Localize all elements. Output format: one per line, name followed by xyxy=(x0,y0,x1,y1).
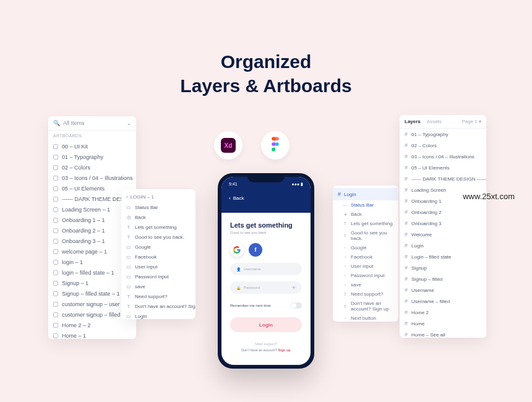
layer-row[interactable]: TNeed support? xyxy=(333,289,398,299)
artboard-row[interactable]: 03 – Icons / 04 – Illustrations xyxy=(48,173,136,183)
layer-type-icon: ▭ xyxy=(126,244,131,249)
layer-row[interactable]: TGood to see you back. xyxy=(333,228,398,243)
layer-row[interactable]: ▭User input xyxy=(121,262,195,272)
layer-row[interactable]: ◎Back xyxy=(121,212,195,222)
layer-row[interactable]: ▫User input xyxy=(333,262,398,271)
frame-icon: # xyxy=(405,198,408,204)
frame-icon: # xyxy=(405,320,408,327)
layer-type-icon: — xyxy=(343,203,348,208)
frame-row[interactable]: #Home 2 xyxy=(400,307,486,318)
layer-row[interactable]: ▭Google xyxy=(121,242,195,252)
username-input[interactable]: 👤 Username xyxy=(230,263,302,275)
layer-row[interactable]: —Status Bar xyxy=(333,200,398,210)
frame-icon: # xyxy=(405,209,408,215)
layer-row[interactable]: ▫Facebook xyxy=(333,252,398,262)
layer-row[interactable]: ▭save xyxy=(121,281,195,291)
frame-row[interactable]: #Home – See all xyxy=(400,329,486,338)
layer-type-icon: ▫ xyxy=(343,255,348,260)
status-time: 9:41 xyxy=(229,182,238,187)
eye-icon[interactable]: 👁 xyxy=(292,286,296,289)
adobe-xd-app: Xd xyxy=(214,131,242,160)
layer-type-icon: ▫ xyxy=(343,264,348,269)
frame-row[interactable]: #Username – filled xyxy=(400,296,486,307)
artboard-icon xyxy=(53,165,58,170)
artboard-icon xyxy=(53,281,58,286)
layer-row[interactable]: TLets get something xyxy=(333,219,398,228)
password-input[interactable]: 🔒 Password 👁 xyxy=(230,281,302,294)
xd-icon: Xd xyxy=(221,138,236,153)
layer-row[interactable]: TNeed support? xyxy=(121,291,195,301)
frame-row[interactable]: #Login xyxy=(400,240,486,251)
layer-row[interactable]: ▫Google xyxy=(333,243,398,252)
artboard-icon xyxy=(53,291,58,296)
artboard-row[interactable]: 01 – Typography xyxy=(48,152,136,162)
artboard-icon xyxy=(53,144,58,149)
artboard-icon xyxy=(53,302,58,307)
layer-row[interactable]: ▭Facebook xyxy=(121,252,195,262)
search-input[interactable]: 🔍 All Items ⌄ xyxy=(48,116,136,130)
chevron-down-icon[interactable]: ⌄ xyxy=(127,121,131,126)
artboards-section-label: ARTBOARDS xyxy=(48,130,136,141)
frame-icon: # xyxy=(405,331,408,338)
back-button[interactable]: ‹ Back xyxy=(229,195,303,201)
frame-row[interactable]: #Onboarding 2 xyxy=(400,207,486,218)
frame-row[interactable]: #Username xyxy=(400,284,486,296)
frame-row[interactable]: #Signup – filled xyxy=(400,273,486,284)
layer-row[interactable]: TLets get something xyxy=(121,222,195,232)
layer-row[interactable]: ▫Next button xyxy=(333,314,398,322)
google-icon xyxy=(233,246,241,254)
page-title: Lets get something xyxy=(230,221,302,229)
tab-assets[interactable]: Assets xyxy=(427,119,442,124)
layer-row[interactable]: ▭Login xyxy=(121,311,195,319)
frame-row[interactable]: #------ DARK THEME DESIGN ------ xyxy=(400,173,486,184)
artboard-row[interactable]: Home – 1 xyxy=(48,330,136,339)
frame-icon: # xyxy=(405,187,408,193)
layer-type-icon: T xyxy=(343,304,348,309)
artboard-icon xyxy=(53,197,58,202)
selected-frame-header[interactable]: # Login xyxy=(333,188,398,200)
layer-type-icon: ▭ xyxy=(126,264,131,269)
layer-row[interactable]: ▭Status Bar xyxy=(121,202,195,212)
layer-row[interactable]: TGood to see you back. xyxy=(121,232,195,242)
layer-type-icon: ▭ xyxy=(126,284,131,289)
layer-type-icon: T xyxy=(126,304,131,309)
layer-row[interactable]: ◂Back xyxy=(333,210,398,219)
layer-row[interactable]: TDon't have an account? Sign up xyxy=(121,301,195,311)
user-icon: 👤 xyxy=(236,267,241,272)
layer-type-icon: T xyxy=(126,225,131,229)
frame-row[interactable]: #01 – Typography xyxy=(400,129,486,140)
remember-toggle[interactable] xyxy=(291,302,302,309)
frame-row[interactable]: #Login – filled state xyxy=(400,251,486,262)
layer-row[interactable]: ▭Password input xyxy=(121,272,195,281)
app-icons-row: Xd xyxy=(214,131,290,160)
facebook-login-button[interactable]: f xyxy=(249,243,262,257)
signup-link[interactable]: Sign up xyxy=(278,348,290,352)
artboard-row[interactable]: Home 2 – 2 xyxy=(48,320,136,330)
layer-type-icon: T xyxy=(126,294,131,299)
frame-row[interactable]: #Signup xyxy=(400,262,486,273)
tab-layers[interactable]: Layers xyxy=(405,119,421,124)
frame-row[interactable]: #05 – UI Elements xyxy=(400,162,486,173)
panel-breadcrumb[interactable]: ‹ LOGIN – 1 xyxy=(121,192,195,202)
chevron-left-icon: ‹ xyxy=(229,195,231,201)
page-selector[interactable]: Page 1 ▾ xyxy=(461,119,481,124)
page-subtitle: Good to see you back. xyxy=(230,231,302,234)
artboard-row[interactable]: 00 – UI Kit xyxy=(48,141,136,152)
frame-row[interactable]: #02 – Colors xyxy=(400,140,486,151)
frame-icon: # xyxy=(405,176,408,182)
frame-row[interactable]: #Welcome xyxy=(400,229,486,240)
artboard-icon xyxy=(53,270,58,275)
search-icon: 🔍 xyxy=(53,120,60,126)
login-button[interactable]: Login xyxy=(230,317,302,332)
frame-row[interactable]: #Onboarding 3 xyxy=(400,218,486,229)
frame-row[interactable]: #03 – Icons / 04 – Illustrations xyxy=(400,151,486,162)
artboard-icon xyxy=(53,312,58,317)
layer-row[interactable]: TDon't have an account? Sign up xyxy=(333,299,398,314)
google-login-button[interactable] xyxy=(230,243,244,257)
layer-row[interactable]: ▫Password input xyxy=(333,271,398,280)
frame-row[interactable]: #Home xyxy=(400,318,486,329)
support-link[interactable]: Need support? xyxy=(230,342,302,346)
layer-row[interactable]: ▫save xyxy=(333,280,398,289)
artboard-row[interactable]: 02 – Colors xyxy=(48,162,136,173)
artboard-icon xyxy=(53,249,58,254)
